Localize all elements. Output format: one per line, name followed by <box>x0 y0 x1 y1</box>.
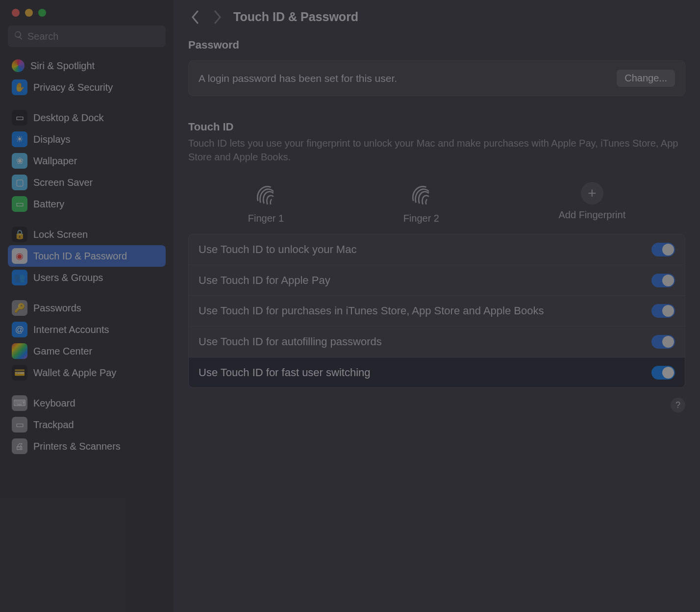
screen-saver-icon: ▢ <box>12 175 27 190</box>
sidebar-item-printers-scanners[interactable]: 🖨Printers & Scanners <box>8 435 166 457</box>
touch-id-password-icon: ◉ <box>12 248 27 264</box>
sidebar-item-lock-screen[interactable]: 🔒Lock Screen <box>8 224 166 245</box>
sidebar-item-wallet-apple-pay[interactable]: 💳Wallet & Apple Pay <box>8 362 166 383</box>
sidebar-item-siri-spotlight[interactable]: Siri & Spotlight <box>8 55 166 76</box>
sidebar-item-touch-id-password[interactable]: ◉Touch ID & Password <box>8 245 166 267</box>
sidebar-item-users-groups[interactable]: 👥Users & Groups <box>8 267 166 288</box>
wallet-apple-pay-icon: 💳 <box>12 365 27 381</box>
sidebar-item-label: Desktop & Dock <box>33 112 103 124</box>
battery-icon: ▭ <box>12 196 27 212</box>
sidebar-item-screen-saver[interactable]: ▢Screen Saver <box>8 172 166 193</box>
sidebar-item-label: Touch ID & Password <box>33 251 127 262</box>
touchid-heading: Touch ID <box>188 121 685 133</box>
game-center-icon <box>12 343 27 359</box>
fingerprint-2[interactable]: Finger 2 <box>403 178 439 224</box>
touchid-option-row: Use Touch ID to unlock your Mac <box>189 234 685 265</box>
sidebar-item-label: Wallpaper <box>33 155 77 167</box>
sidebar-item-internet-accounts[interactable]: @Internet Accounts <box>8 319 166 340</box>
keyboard-icon: ⌨ <box>12 395 27 411</box>
sidebar-item-label: Keyboard <box>33 398 75 409</box>
close-window-button[interactable] <box>12 9 20 17</box>
toggle-switch[interactable] <box>651 243 675 256</box>
touchid-option-row: Use Touch ID for autofilling passwords <box>189 327 685 357</box>
sidebar-item-label: Battery <box>33 199 64 210</box>
sidebar-list: Siri & Spotlight✋Privacy & Security▭Desk… <box>0 53 174 612</box>
printers-scanners-icon: 🖨 <box>12 438 27 454</box>
minimize-window-button[interactable] <box>25 9 33 17</box>
touchid-options-list: Use Touch ID to unlock your MacUse Touch… <box>188 234 685 388</box>
touchid-option-label: Use Touch ID for purchases in iTunes Sto… <box>199 304 544 318</box>
change-password-button[interactable]: Change... <box>617 70 675 87</box>
search-field[interactable] <box>8 26 166 47</box>
privacy-security-icon: ✋ <box>12 79 27 95</box>
touchid-option-row: Use Touch ID for Apple Pay <box>189 265 685 296</box>
siri-spotlight-icon <box>12 59 25 72</box>
add-fingerprint-label: Add Fingerprint <box>559 209 626 221</box>
touchid-option-label: Use Touch ID to unlock your Mac <box>199 242 356 257</box>
system-settings-window: Siri & Spotlight✋Privacy & Security▭Desk… <box>0 0 700 612</box>
sidebar-item-game-center[interactable]: Game Center <box>8 340 166 362</box>
sidebar-item-trackpad[interactable]: ▭Trackpad <box>8 414 166 435</box>
sidebar-item-battery[interactable]: ▭Battery <box>8 193 166 215</box>
fingerprint-icon <box>406 178 436 208</box>
sidebar-item-desktop-dock[interactable]: ▭Desktop & Dock <box>8 107 166 128</box>
sidebar-item-privacy-security[interactable]: ✋Privacy & Security <box>8 76 166 98</box>
window-controls <box>0 5 174 26</box>
desktop-dock-icon: ▭ <box>12 110 27 126</box>
help-row: ? <box>188 398 685 412</box>
touchid-description: Touch ID lets you use your fingerprint t… <box>188 136 685 164</box>
sidebar-item-label: Trackpad <box>33 419 74 431</box>
trackpad-icon: ▭ <box>12 417 27 433</box>
toggle-switch[interactable] <box>651 304 675 318</box>
fingerprint-label: Finger 2 <box>403 213 439 224</box>
fingerprints-row: Finger 1Finger 2+Add Fingerprint <box>188 178 685 224</box>
search-icon <box>14 30 24 42</box>
sidebar-item-label: Game Center <box>33 346 92 357</box>
sidebar-item-label: Wallet & Apple Pay <box>33 367 116 379</box>
sidebar-item-passwords[interactable]: 🔑Passwords <box>8 297 166 319</box>
fingerprint-1[interactable]: Finger 1 <box>248 178 284 224</box>
sidebar-item-label: Lock Screen <box>33 229 88 240</box>
page-title: Touch ID & Password <box>233 10 358 24</box>
touchid-option-label: Use Touch ID for autofilling passwords <box>199 334 382 349</box>
touchid-option-row: Use Touch ID for fast user switching <box>189 357 685 388</box>
back-button[interactable] <box>188 10 202 24</box>
sidebar: Siri & Spotlight✋Privacy & Security▭Desk… <box>0 0 174 612</box>
sidebar-item-label: Passwords <box>33 303 81 314</box>
displays-icon: ☀ <box>12 131 27 147</box>
add-fingerprint[interactable]: +Add Fingerprint <box>559 182 626 221</box>
sidebar-item-keyboard[interactable]: ⌨Keyboard <box>8 392 166 414</box>
lock-screen-icon: 🔒 <box>12 227 27 242</box>
help-button[interactable]: ? <box>671 398 685 412</box>
users-groups-icon: 👥 <box>12 270 27 285</box>
touchid-option-label: Use Touch ID for fast user switching <box>199 365 371 380</box>
password-row: A login password has been set for this u… <box>188 60 685 96</box>
sidebar-item-label: Privacy & Security <box>33 82 113 93</box>
plus-icon: + <box>581 182 603 204</box>
sidebar-item-label: Internet Accounts <box>33 324 109 335</box>
sidebar-item-label: Displays <box>33 134 71 145</box>
sidebar-item-label: Printers & Scanners <box>33 441 121 452</box>
touchid-option-row: Use Touch ID for purchases in iTunes Sto… <box>189 296 685 327</box>
main-content: Touch ID & Password Password A login pas… <box>174 0 700 612</box>
search-input[interactable] <box>27 31 160 42</box>
touchid-option-label: Use Touch ID for Apple Pay <box>199 273 330 288</box>
toggle-switch[interactable] <box>651 366 675 380</box>
sidebar-item-label: Users & Groups <box>33 272 103 283</box>
password-heading: Password <box>188 39 685 51</box>
wallpaper-icon: ❀ <box>12 153 27 169</box>
sidebar-item-displays[interactable]: ☀Displays <box>8 128 166 150</box>
zoom-window-button[interactable] <box>38 9 46 17</box>
toggle-switch[interactable] <box>651 335 675 349</box>
titlebar: Touch ID & Password <box>174 0 700 32</box>
content-scroll: Password A login password has been set f… <box>174 32 700 612</box>
fingerprint-label: Finger 1 <box>248 213 284 224</box>
passwords-icon: 🔑 <box>12 300 27 316</box>
password-description: A login password has been set for this u… <box>199 73 397 84</box>
sidebar-item-label: Screen Saver <box>33 177 93 188</box>
fingerprint-icon <box>251 178 280 208</box>
sidebar-item-label: Siri & Spotlight <box>30 60 95 72</box>
toggle-switch[interactable] <box>651 274 675 287</box>
sidebar-item-wallpaper[interactable]: ❀Wallpaper <box>8 150 166 172</box>
forward-button[interactable] <box>211 10 225 24</box>
